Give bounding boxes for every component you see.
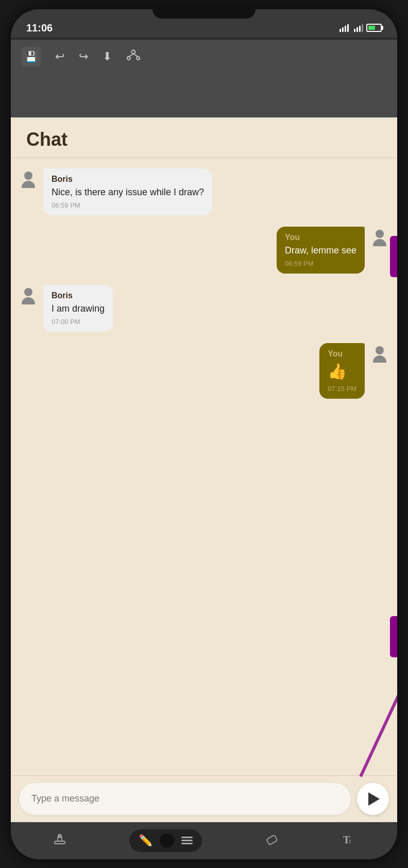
signal-bars-2	[354, 24, 363, 32]
send-button[interactable]	[357, 783, 389, 815]
chat-panel: Chat Boris Nice, is there any issue whil…	[11, 117, 397, 822]
eraser-tool-button[interactable]	[264, 832, 279, 849]
svg-line-3	[129, 54, 133, 57]
message-time: 07:00 PM	[52, 318, 105, 326]
svg-rect-7	[266, 835, 278, 844]
save-icon: 💾	[25, 50, 38, 63]
avatar	[19, 168, 38, 188]
svg-rect-5	[55, 841, 65, 844]
purple-tab-top[interactable]	[390, 236, 397, 277]
share-button[interactable]	[126, 48, 141, 65]
message-text: Nice, is there any issue while I draw?	[52, 186, 204, 199]
text-tool-button[interactable]: T t	[341, 832, 355, 849]
top-toolbar: 💾 ↩ ↪ ⬇	[11, 40, 397, 74]
message-bubble: Boris Nice, is there any issue while I d…	[43, 168, 212, 215]
message-time: 06:59 PM	[285, 260, 356, 267]
redo-button[interactable]: ↪	[79, 50, 88, 63]
save-button[interactable]: 💾	[21, 47, 41, 66]
pen-icon: ✏️	[139, 834, 152, 847]
signal-bars	[339, 24, 349, 32]
stamp-tool-button[interactable]	[53, 832, 67, 849]
message-sender: Boris	[52, 291, 105, 300]
avatar	[370, 343, 389, 363]
status-time: 11:06	[26, 22, 53, 34]
message-input-area	[11, 775, 397, 822]
message-text: Draw, lemme see	[285, 244, 356, 257]
battery-icon	[366, 24, 382, 32]
message-emoji: 👍	[328, 361, 356, 382]
stroke-size-icon[interactable]	[181, 837, 193, 844]
svg-point-1	[127, 57, 130, 60]
svg-point-0	[132, 50, 135, 54]
avatar	[370, 227, 389, 246]
download-button[interactable]: ⬇	[103, 50, 112, 63]
status-icons	[339, 24, 382, 32]
message-bubble: Boris I am drawing 07:00 PM	[43, 285, 113, 332]
purple-tab-bottom[interactable]	[390, 616, 397, 657]
message-sender: You	[328, 349, 356, 359]
color-circle[interactable]	[160, 833, 174, 848]
undo-button[interactable]: ↩	[55, 50, 64, 63]
svg-point-2	[137, 57, 140, 60]
canvas-area	[11, 74, 397, 117]
chat-title: Chat	[26, 129, 382, 150]
message-time: 07:15 PM	[328, 385, 356, 393]
svg-text:t: t	[349, 837, 351, 845]
send-icon	[368, 792, 380, 806]
message-sender: You	[285, 233, 356, 242]
message-sender: Boris	[52, 175, 204, 184]
pen-tool-group[interactable]: ✏️	[129, 829, 202, 852]
messages-list: Boris Nice, is there any issue while I d…	[11, 158, 397, 775]
message-bubble: You Draw, lemme see 06:59 PM	[277, 227, 365, 274]
table-row: You 👍 07:15 PM	[19, 343, 389, 399]
table-row: Boris I am drawing 07:00 PM	[19, 285, 389, 332]
bottom-toolbar: ✏️ T t	[11, 822, 397, 859]
message-text: I am drawing	[52, 302, 105, 315]
table-row: Boris Nice, is there any issue while I d…	[19, 168, 389, 215]
message-bubble: You 👍 07:15 PM	[319, 343, 365, 399]
phone-frame: 11:06 💾 ↩ ↪ ⬇	[11, 9, 397, 859]
message-time: 06:59 PM	[52, 201, 204, 209]
notch	[152, 9, 256, 19]
table-row: You Draw, lemme see 06:59 PM	[19, 227, 389, 274]
svg-line-4	[133, 54, 138, 57]
chat-header: Chat	[11, 117, 397, 158]
message-input[interactable]	[19, 783, 351, 815]
avatar	[19, 285, 38, 304]
